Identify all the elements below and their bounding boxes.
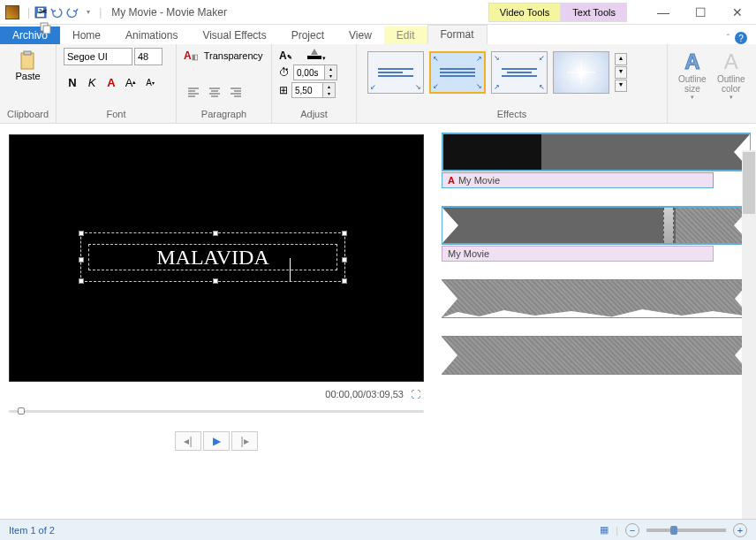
svg-rect-19 — [307, 56, 321, 59]
title-text[interactable]: MALAVIDA — [156, 246, 269, 270]
prev-frame-button[interactable]: ◂| — [175, 431, 201, 451]
clip-4[interactable] — [442, 336, 751, 375]
ribbon: Paste ✂ Clipboard N K A A▴ A▾ Font — [0, 44, 756, 124]
font-name-select[interactable] — [64, 48, 132, 65]
background-color-button[interactable]: ▾ — [306, 48, 326, 63]
timeline-pane: AMy Movie My Movie — [433, 124, 756, 513]
tab-view[interactable]: View — [336, 27, 384, 44]
tab-project[interactable]: Project — [279, 27, 336, 44]
grow-font-button[interactable]: A▴ — [122, 74, 140, 90]
zoom-in-button[interactable]: + — [733, 523, 747, 537]
qat-redo-icon[interactable] — [64, 4, 80, 20]
copy-icon[interactable] — [39, 21, 51, 36]
text-tools-tab[interactable]: Text Tools — [561, 3, 627, 22]
transparency-label[interactable]: Transparency — [204, 50, 263, 61]
shrink-font-button[interactable]: A▾ — [141, 74, 159, 90]
qat-dropdown-icon[interactable]: ▾ — [80, 4, 96, 20]
cut-icon[interactable]: ✂ — [39, 5, 51, 18]
clip-2[interactable] — [442, 206, 751, 245]
outline-size-button[interactable]: A Outline size▾ — [675, 48, 710, 103]
effect-scroll-all[interactable]: ↖↗↙↘ — [429, 51, 486, 94]
tab-home[interactable]: Home — [60, 27, 113, 44]
next-frame-button[interactable]: |▸ — [231, 431, 258, 451]
start-time-icon: ⏱ — [279, 66, 290, 79]
tab-format[interactable]: Format — [427, 25, 488, 44]
vertical-scrollbar[interactable] — [742, 150, 756, 521]
effects-group-label: Effects — [364, 107, 660, 119]
minimize-button[interactable]: — — [645, 0, 682, 25]
effects-more[interactable]: ▾ — [615, 80, 627, 92]
tab-animations[interactable]: Animations — [113, 27, 190, 44]
effects-scroll-down[interactable]: ▾ — [615, 66, 627, 79]
text-cursor — [290, 258, 291, 281]
clip-1[interactable] — [442, 133, 751, 171]
maximize-button[interactable]: ☐ — [682, 0, 719, 25]
status-bar: Item 1 of 2 ▦ | − + — [0, 519, 756, 540]
align-left-button[interactable] — [184, 83, 203, 101]
text-selection-box[interactable]: MALAVIDA — [80, 232, 345, 282]
status-text: Item 1 of 2 — [9, 525, 55, 536]
tab-visual-effects[interactable]: Visual Effects — [190, 27, 278, 44]
clipboard-group-label: Clipboard — [7, 107, 49, 119]
align-right-button[interactable] — [226, 83, 246, 101]
svg-rect-6 — [43, 26, 50, 34]
title-bar: | ▾ | My Movie - Movie Maker Video Tools… — [0, 0, 756, 25]
ribbon-collapse-icon[interactable]: ˆ — [727, 34, 730, 43]
effects-scroll-up[interactable]: ▴ — [615, 53, 627, 65]
paragraph-group-label: Paragraph — [184, 107, 264, 119]
duration-icon: ⊞ — [279, 84, 288, 96]
duration-input[interactable]: ▴▾ — [291, 82, 336, 98]
tab-edit[interactable]: Edit — [384, 27, 427, 44]
zoom-out-button[interactable]: − — [625, 523, 639, 537]
seek-thumb[interactable] — [18, 407, 25, 415]
playback-time: 00:00,00/03:09,53 — [325, 389, 404, 399]
svg-rect-3 — [21, 53, 34, 69]
font-group-label: Font — [64, 107, 169, 119]
close-button[interactable]: ✕ — [719, 0, 756, 25]
play-button[interactable]: ▶ — [203, 431, 230, 451]
font-color-button[interactable]: A — [102, 74, 120, 90]
bold-button[interactable]: N — [64, 74, 81, 90]
paste-button[interactable]: Paste — [10, 48, 45, 83]
font-size-select[interactable] — [134, 48, 163, 65]
edit-text-icon[interactable]: A✎ — [279, 49, 292, 62]
zoom-slider[interactable] — [646, 529, 726, 532]
italic-button[interactable]: K — [83, 74, 101, 90]
caption-track-1[interactable]: AMy Movie — [442, 172, 714, 188]
window-title: My Movie - Movie Maker — [111, 6, 227, 19]
clip-3[interactable] — [442, 279, 751, 318]
effect-scroll-out[interactable]: ↙↘ — [367, 51, 424, 94]
main-area: MALAVIDA 00:00,00/03:09,53 ⛶ ◂| ▶ |▸ AMy… — [0, 124, 756, 513]
seek-bar[interactable] — [9, 410, 424, 415]
caption-track-2[interactable]: My Movie — [442, 246, 714, 262]
transparency-icon: A◧ — [184, 49, 199, 62]
video-tools-tab[interactable]: Video Tools — [488, 3, 561, 22]
help-icon[interactable]: ? — [735, 32, 747, 44]
paste-label: Paste — [15, 71, 40, 81]
app-icon — [5, 5, 19, 19]
fullscreen-icon[interactable]: ⛶ — [411, 389, 420, 399]
video-preview[interactable]: MALAVIDA — [9, 134, 424, 382]
align-center-button[interactable] — [205, 83, 224, 101]
outline-color-button[interactable]: A Outline color▾ — [714, 48, 749, 103]
start-time-input[interactable]: ▴▾ — [293, 65, 337, 80]
effect-zoom[interactable]: ↘↙↗↖ — [491, 51, 548, 94]
effect-flare[interactable] — [553, 51, 609, 94]
svg-rect-4 — [24, 51, 31, 55]
ribbon-tabs: Archivo Home Animations Visual Effects P… — [0, 25, 756, 44]
view-mode-icon[interactable]: ▦ — [600, 524, 609, 536]
preview-pane: MALAVIDA 00:00,00/03:09,53 ⛶ ◂| ▶ |▸ — [0, 124, 433, 513]
adjust-group-label: Adjust — [279, 107, 349, 119]
